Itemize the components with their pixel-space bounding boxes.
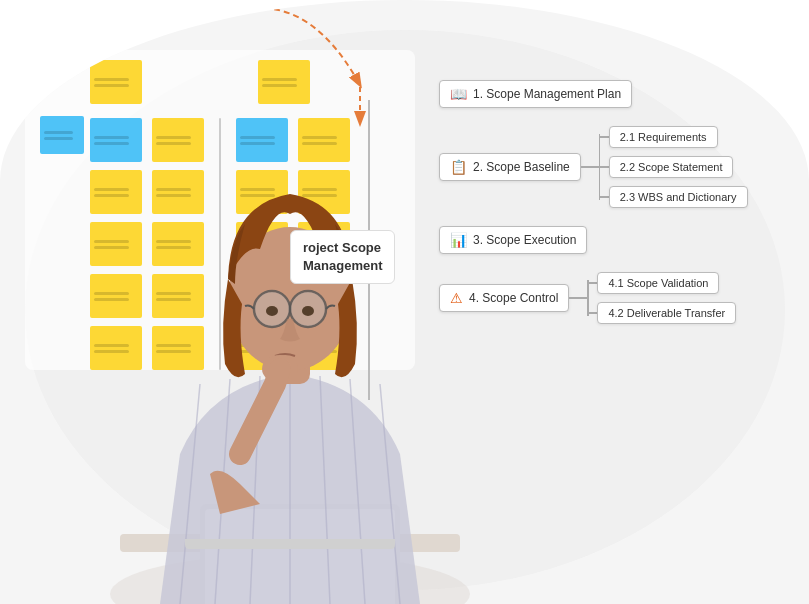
sub-row-2-3: 2.3 WBS and Dictionary <box>599 186 748 208</box>
sub-items-4: 4.1 Scope Validation 4.2 Deliverable Tra… <box>587 272 736 324</box>
warning-icon: ⚠ <box>450 290 463 306</box>
requirements-box: 2.1 Requirements <box>609 126 718 148</box>
scope-label-line1: roject Scope <box>303 240 381 255</box>
sub-v-line-4 <box>587 280 589 316</box>
person-svg <box>80 104 500 604</box>
h-line <box>587 282 597 284</box>
scope-baseline-label: 2. Scope Baseline <box>473 160 570 174</box>
connector-h-4 <box>569 297 587 299</box>
scope-baseline-box: 📋 2. Scope Baseline <box>439 153 581 181</box>
h-line <box>599 196 609 198</box>
sub-row-4-1: 4.1 Scope Validation <box>587 272 736 294</box>
svg-point-20 <box>266 306 278 316</box>
chart-icon: 📊 <box>450 232 467 248</box>
diagram-panel: 📖 1. Scope Management Plan 📋 2. Scope Ba… <box>439 80 799 334</box>
scope-statement-box: 2.2 Scope Statement <box>609 156 734 178</box>
scope-control-box: ⚠ 4. Scope Control <box>439 284 569 312</box>
laptop-base <box>185 539 395 549</box>
scope-execution-box: 📊 3. Scope Execution <box>439 226 587 254</box>
scope-label: roject Scope Management <box>290 230 395 284</box>
sub-row-4-2: 4.2 Deliverable Transfer <box>587 302 736 324</box>
sub-items-2: 2.1 Requirements 2.2 Scope Statement 2.3… <box>599 126 748 208</box>
diagram-item-1: 📖 1. Scope Management Plan <box>439 80 799 108</box>
main-scene: roject Scope Management <box>0 0 809 604</box>
svg-point-21 <box>302 306 314 316</box>
sub-list-2: 2.1 Requirements 2.2 Scope Statement 2.3… <box>599 126 748 208</box>
h-line <box>587 312 597 314</box>
scope-execution-label: 3. Scope Execution <box>473 233 576 247</box>
h-line <box>599 136 609 138</box>
sub-row-2-2: 2.2 Scope Statement <box>599 156 748 178</box>
deliverable-transfer-box: 4.2 Deliverable Transfer <box>597 302 736 324</box>
scope-label-line2: Management <box>303 258 382 273</box>
scope-validation-box: 4.1 Scope Validation <box>597 272 719 294</box>
clipboard-icon: 📋 <box>450 159 467 175</box>
sub-row-2-1: 2.1 Requirements <box>599 126 748 148</box>
dashed-arc-arrow <box>185 0 385 130</box>
connector-h-2 <box>581 166 599 168</box>
scope-control-label: 4. Scope Control <box>469 291 558 305</box>
diagram-item-2-group: 📋 2. Scope Baseline 2.1 Requirements 2.2… <box>439 126 799 208</box>
diagram-item-4-group: ⚠ 4. Scope Control 4.1 Scope Validation … <box>439 272 799 324</box>
sub-list-4: 4.1 Scope Validation 4.2 Deliverable Tra… <box>587 272 736 324</box>
scope-management-plan-box: 📖 1. Scope Management Plan <box>439 80 632 108</box>
wbs-dictionary-box: 2.3 WBS and Dictionary <box>609 186 748 208</box>
diagram-item-3: 📊 3. Scope Execution <box>439 226 799 254</box>
sub-v-line-2 <box>599 134 601 200</box>
scope-management-plan-label: 1. Scope Management Plan <box>473 87 621 101</box>
h-line <box>599 166 609 168</box>
book-icon: 📖 <box>450 86 467 102</box>
